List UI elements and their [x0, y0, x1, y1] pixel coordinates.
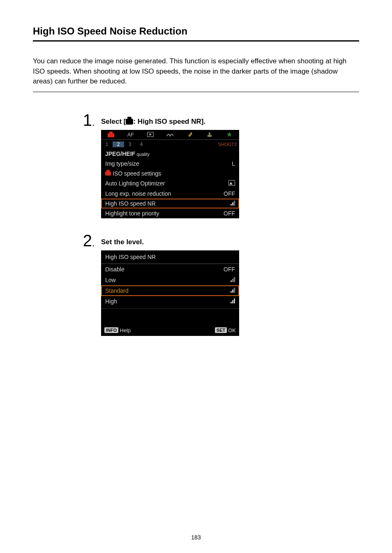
- menu-row[interactable]: ISO speed settings: [101, 169, 239, 178]
- step-1-number: 1.: [74, 112, 96, 128]
- menu-row[interactable]: Auto Lighting Optimizer: [101, 178, 239, 189]
- step-2-number: 2.: [74, 232, 96, 249]
- tab-af[interactable]: AF: [121, 130, 141, 140]
- options-heading: High ISO speed NR: [101, 250, 239, 264]
- menu-row[interactable]: High ISO speed NR: [101, 199, 239, 208]
- tab-network-icon[interactable]: [160, 130, 180, 140]
- screenshot-options: High ISO speed NR Disable OFF Low Standa…: [101, 250, 239, 336]
- menu-row[interactable]: Img type/size L: [101, 159, 239, 169]
- tab-star-icon[interactable]: [219, 130, 239, 140]
- svg-rect-1: [109, 132, 113, 134]
- nr-option[interactable]: Standard: [101, 285, 239, 296]
- tab-playback-icon[interactable]: [141, 130, 160, 140]
- tab-wrench-icon[interactable]: [180, 130, 200, 140]
- subtab-2[interactable]: 2: [113, 141, 124, 147]
- svg-marker-6: [227, 132, 232, 137]
- subtab-4[interactable]: 4: [136, 141, 147, 147]
- subtab-3[interactable]: 3: [124, 141, 136, 147]
- intro-text: You can reduce the image noise generated…: [33, 56, 359, 92]
- set-ok-button[interactable]: SET OK: [215, 327, 236, 333]
- nr-option[interactable]: Disable OFF: [101, 264, 239, 275]
- nr-option[interactable]: High: [101, 296, 239, 307]
- bars-icon: [231, 201, 235, 206]
- menu-row[interactable]: JPEG/HEIF quality: [101, 149, 239, 159]
- nr-option[interactable]: Low: [101, 275, 239, 285]
- step-1: 1. Select [: High ISO speed NR]. AF: [74, 112, 359, 218]
- svg-rect-5: [209, 132, 210, 135]
- subtab-1[interactable]: 1: [101, 141, 113, 147]
- page-title: High ISO Speed Noise Reduction: [33, 25, 359, 42]
- menu-row[interactable]: Long exp. noise reduction OFF: [101, 189, 239, 199]
- tab-shoot-icon[interactable]: [101, 130, 121, 140]
- bars-icon: [231, 277, 235, 282]
- tab-custom-icon[interactable]: [200, 130, 219, 140]
- info-help-button[interactable]: INFO Help: [104, 327, 131, 333]
- page-number: 183: [0, 534, 392, 541]
- screenshot-menu: AF: [101, 130, 239, 218]
- bars-icon: [231, 298, 235, 303]
- menu-row[interactable]: Highlight tone priority OFF: [101, 208, 239, 218]
- step-1-label: Select [: High ISO speed NR].: [101, 118, 239, 126]
- step-2-label: Set the level.: [101, 238, 239, 246]
- alo-icon: [228, 180, 235, 186]
- bars-icon: [231, 288, 235, 293]
- camera-icon: [126, 119, 133, 125]
- step-2: 2. Set the level. High ISO speed NR Disa…: [74, 232, 359, 336]
- svg-rect-0: [108, 133, 114, 137]
- svg-marker-3: [150, 133, 152, 136]
- menu-page-name: SHOOT2: [218, 142, 239, 147]
